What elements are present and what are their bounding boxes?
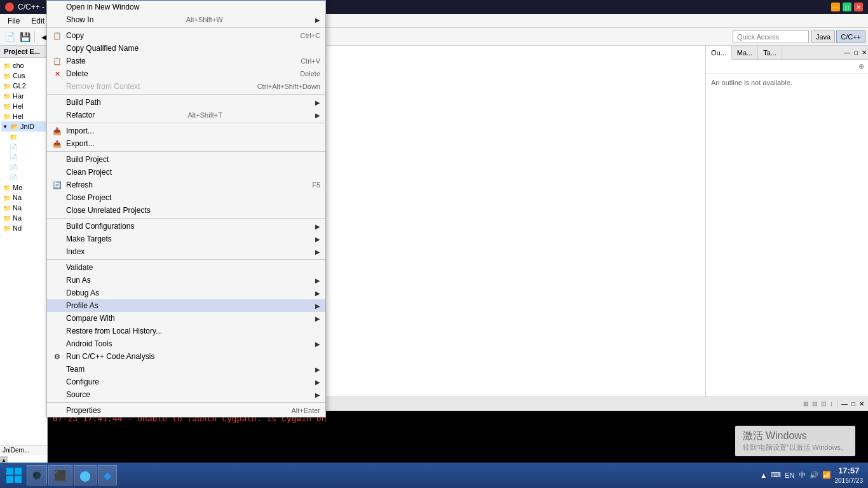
- tree-item-hel2[interactable]: 📁 Hel: [1, 111, 46, 121]
- menu-clean-project[interactable]: Clean Project: [47, 166, 325, 179]
- tree-item-na2[interactable]: 📁 Na: [1, 203, 46, 213]
- menu-paste[interactable]: 📋 Paste Ctrl+V: [47, 55, 325, 67]
- console-close[interactable]: ✕: [858, 400, 865, 409]
- tab-ma[interactable]: Ma...: [732, 46, 758, 59]
- tray-lang1[interactable]: EN: [785, 471, 794, 479]
- menu-android-tools[interactable]: Android Tools ▶: [47, 337, 325, 350]
- context-menu: Open in New Window Show In Alt+Shift+W ▶…: [46, 0, 326, 417]
- tree-item-gl2[interactable]: 📁 GL2: [1, 81, 46, 91]
- validate-label: Validate: [66, 263, 93, 272]
- index-arrow: ▶: [315, 248, 320, 255]
- compare-with-label: Compare With: [66, 314, 115, 323]
- menu-export[interactable]: 📤 Export...: [47, 137, 325, 150]
- outline-extra-btn[interactable]: ⊕: [857, 62, 865, 71]
- taskbar-app-blue[interactable]: ◆: [98, 465, 117, 485]
- tree-item-na3[interactable]: 📁 Na: [1, 213, 46, 223]
- menu-copy-qualified[interactable]: Copy Qualified Name: [47, 42, 325, 55]
- file-icon-jni-c5: 📄: [9, 173, 18, 182]
- tray-lang2[interactable]: 中: [799, 470, 806, 480]
- toolbar-new[interactable]: 📄: [3, 30, 17, 44]
- menu-show-in[interactable]: Show In Alt+Shift+W ▶: [47, 13, 325, 26]
- menu-compare-with[interactable]: Compare With ▶: [47, 312, 325, 325]
- menu-delete[interactable]: ✕ Delete Delete: [47, 67, 325, 80]
- menu-run-cpp-analysis[interactable]: ⚙ Run C/C++ Code Analysis: [47, 350, 325, 363]
- tree-item-har[interactable]: 📁 Har: [1, 91, 46, 101]
- menu-refactor[interactable]: Refactor Alt+Shift+T ▶: [47, 109, 325, 121]
- tree-item-cus[interactable]: 📁 Cus: [1, 71, 46, 81]
- outline-maximize-btn[interactable]: □: [853, 46, 859, 59]
- ctx-sep4: [47, 151, 325, 152]
- perspective-cpp[interactable]: C/C++: [836, 30, 865, 43]
- minimize-button[interactable]: —: [831, 3, 840, 11]
- sidebar-bottom-item[interactable]: JniDem...: [0, 445, 47, 455]
- tree-item-jni-child5[interactable]: 📄: [1, 172, 46, 182]
- team-arrow: ▶: [315, 366, 320, 373]
- tree-item-jni-child2[interactable]: 📄: [1, 142, 46, 152]
- console-tool-4[interactable]: ↕: [829, 400, 834, 409]
- console-max[interactable]: □: [850, 400, 857, 409]
- menu-close-project[interactable]: Close Project: [47, 191, 325, 204]
- menu-source[interactable]: Source ▶: [47, 388, 325, 401]
- copy-label: Copy: [66, 31, 84, 40]
- outline-minimize-btn[interactable]: —: [843, 46, 851, 59]
- maximize-button[interactable]: □: [843, 3, 851, 11]
- menu-build-project[interactable]: Build Project: [47, 153, 325, 166]
- menu-validate[interactable]: Validate: [47, 261, 325, 274]
- tab-outline[interactable]: Ou...: [706, 46, 732, 60]
- menu-file[interactable]: File: [3, 15, 25, 27]
- refactor-label: Refactor: [66, 111, 95, 119]
- import-icon: 📥: [52, 126, 62, 136]
- start-button[interactable]: [3, 464, 25, 487]
- tree-item-cho[interactable]: 📁 cho: [1, 60, 46, 71]
- taskbar-app3-icon: ⬤: [79, 470, 91, 482]
- menu-restore-history[interactable]: Restore from Local History...: [47, 325, 325, 337]
- tray-expand[interactable]: ▲: [760, 471, 767, 479]
- console-tool-3[interactable]: ⊡: [820, 400, 827, 409]
- console-min[interactable]: —: [840, 400, 849, 409]
- menu-run-as[interactable]: Run As ▶: [47, 274, 325, 287]
- tree-label-nd: Nd: [13, 224, 22, 232]
- menu-import[interactable]: 📥 Import...: [47, 125, 325, 137]
- system-clock[interactable]: 17:57 2015/7/23: [835, 466, 864, 485]
- console-tool-2[interactable]: ⊟: [811, 400, 818, 409]
- svg-rect-0: [6, 468, 13, 475]
- menu-profile-as[interactable]: Profile As ▶: [47, 299, 325, 312]
- perspective-java[interactable]: Java: [811, 30, 835, 43]
- menu-build-path[interactable]: Build Path ▶: [47, 96, 325, 109]
- menu-debug-as[interactable]: Debug As ▶: [47, 287, 325, 299]
- menu-refresh[interactable]: 🔄 Refresh F5: [47, 179, 325, 191]
- tree-item-jni[interactable]: ▼ 📂 JniD: [1, 121, 46, 132]
- tree-item-jni-child1[interactable]: 📁: [1, 132, 46, 142]
- tree-item-jni-child4[interactable]: 📄: [1, 162, 46, 172]
- menu-close-unrelated[interactable]: Close Unrelated Projects: [47, 204, 325, 217]
- tree-item-nd[interactable]: 📁 Nd: [1, 223, 46, 233]
- tray-volume[interactable]: 🔊: [810, 471, 818, 479]
- tab-ta[interactable]: Ta...: [758, 46, 782, 59]
- tree-item-na1[interactable]: 📁 Na: [1, 193, 46, 203]
- delete-label: Delete: [66, 69, 88, 78]
- menu-configure[interactable]: Configure ▶: [47, 376, 325, 388]
- toolbar-save[interactable]: 💾: [18, 30, 32, 44]
- menu-index[interactable]: Index ▶: [47, 245, 325, 258]
- menu-build-configurations[interactable]: Build Configurations ▶: [47, 220, 325, 233]
- console-tool-1[interactable]: ⊞: [802, 400, 810, 409]
- taskbar-app-eclipse2[interactable]: ⬤: [74, 465, 97, 485]
- outline-close-btn[interactable]: ✕: [860, 46, 868, 59]
- title-bar-controls[interactable]: — □ ✕: [831, 3, 863, 11]
- menu-properties[interactable]: Properties Alt+Enter: [47, 404, 325, 417]
- menu-team[interactable]: Team ▶: [47, 363, 325, 376]
- tree-item-mo[interactable]: 📁 Mo: [1, 182, 46, 193]
- close-button[interactable]: ✕: [854, 3, 863, 11]
- menu-make-targets[interactable]: Make Targets ▶: [47, 233, 325, 245]
- menu-copy[interactable]: 📋 Copy Ctrl+C: [47, 29, 325, 42]
- taskbar-app-terminal[interactable]: ⬛: [48, 465, 72, 485]
- taskbar-app-eclipse1[interactable]: 🌑: [27, 465, 47, 485]
- menu-open-new-window[interactable]: Open in New Window: [47, 1, 325, 13]
- quick-access-input[interactable]: [733, 30, 809, 43]
- tree-item-jni-child3[interactable]: 📄: [1, 152, 46, 162]
- properties-shortcut: Alt+Enter: [291, 407, 320, 414]
- build-configurations-arrow: ▶: [315, 223, 320, 230]
- tree-item-hel1[interactable]: 📁 Hel: [1, 101, 46, 111]
- tray-network[interactable]: 📶: [822, 471, 831, 479]
- profile-as-arrow: ▶: [315, 302, 320, 309]
